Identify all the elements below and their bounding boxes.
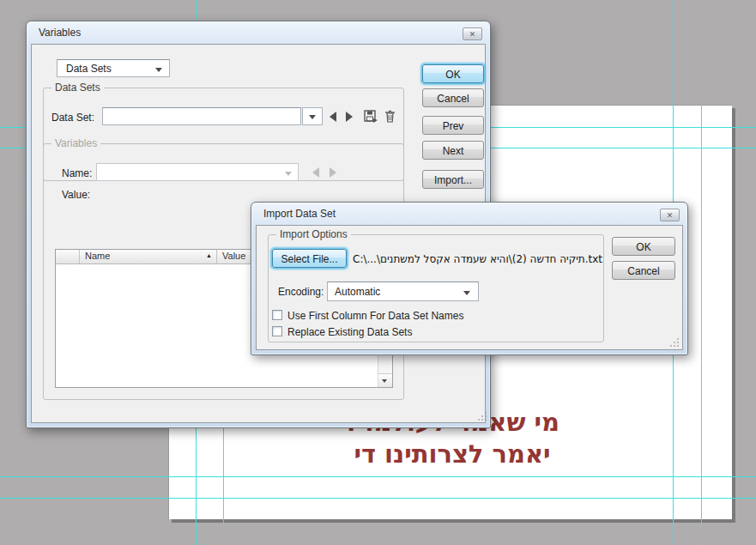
variables-close-button[interactable]: ✕: [463, 27, 482, 40]
horizontal-guide: [0, 498, 756, 499]
value-label: Value:: [62, 189, 90, 201]
resize-grip-icon[interactable]: [668, 336, 680, 348]
previous-variable-arrow-icon: [312, 167, 319, 178]
import-options-group-label: Import Options: [276, 228, 351, 240]
import-ok-button[interactable]: OK: [612, 237, 675, 256]
import-close-button[interactable]: ✕: [660, 209, 680, 221]
chevron-down-icon: [463, 291, 470, 299]
import-dialog-titlebar[interactable]: Import Data Set: [251, 203, 687, 225]
save-data-set-icon[interactable]: [364, 110, 378, 124]
ok-button[interactable]: OK: [422, 64, 484, 83]
replace-existing-label: Replace Existing Data Sets: [287, 326, 412, 338]
encoding-select-value: Automatic: [335, 286, 380, 298]
next-variable-arrow-icon: [330, 167, 336, 178]
dialog-mode-value: Data Sets: [66, 63, 112, 75]
name-label: Name:: [62, 167, 92, 179]
sort-ascending-icon: ▲: [206, 252, 212, 258]
use-first-column-checkbox[interactable]: [272, 310, 282, 320]
data-set-dropdown-button[interactable]: [302, 107, 323, 125]
photoshop-workspace: מי שאמר לעולמו די יאמר לצרותינו די Varia…: [0, 0, 756, 545]
close-icon: ✕: [469, 30, 476, 39]
variables-dialog-title: Variables: [39, 27, 81, 39]
replace-existing-checkbox[interactable]: [272, 326, 282, 336]
selected-file-path: C:\...\תיקיה חדשה (2)\והיא שעמדה אקסל למ…: [353, 253, 602, 265]
import-dialog-title: Import Data Set: [263, 208, 336, 220]
data-set-label: Data Set:: [51, 112, 94, 124]
canvas-text-line-2: יאמר לצרותינו די: [345, 439, 559, 469]
name-select: [96, 163, 299, 181]
import-cancel-button[interactable]: Cancel: [612, 261, 675, 280]
scroll-down-icon: [382, 379, 387, 385]
prev-button[interactable]: Prev: [422, 116, 484, 135]
encoding-select[interactable]: Automatic: [327, 282, 479, 301]
import-dialog-content: Import Options Select File... C:\...\תיק…: [256, 225, 683, 350]
variables-dialog-titlebar[interactable]: Variables: [27, 21, 490, 44]
import-button[interactable]: Import...: [422, 170, 484, 189]
use-first-column-label: Use First Column For Data Set Names: [287, 310, 463, 322]
table-header-name[interactable]: Name ▲: [80, 250, 217, 263]
resize-grip-icon[interactable]: [476, 410, 487, 421]
chevron-down-icon: [309, 115, 316, 123]
select-file-button[interactable]: Select File...: [272, 249, 347, 268]
chevron-down-icon: [155, 68, 162, 76]
next-data-set-arrow-icon[interactable]: [346, 112, 353, 122]
chevron-down-icon: [285, 172, 292, 179]
data-set-input[interactable]: [102, 107, 301, 125]
variables-group-label: Variables: [51, 137, 100, 149]
table-header-blank[interactable]: [56, 250, 80, 263]
delete-data-set-trash-icon[interactable]: [384, 110, 396, 123]
dialog-mode-select[interactable]: Data Sets: [57, 59, 170, 77]
close-icon: ✕: [667, 211, 674, 220]
data-sets-group-label: Data Sets: [51, 82, 104, 94]
previous-data-set-arrow-icon[interactable]: [330, 112, 336, 122]
import-data-set-dialog: Import Data Set ✕ Import Options Select …: [251, 202, 688, 355]
cancel-button[interactable]: Cancel: [422, 88, 484, 107]
vertical-guide: [701, 0, 702, 545]
horizontal-guide: [0, 476, 756, 477]
next-button[interactable]: Next: [422, 141, 484, 160]
encoding-label: Encoding:: [278, 286, 324, 298]
scroll-down-button[interactable]: [378, 373, 392, 387]
